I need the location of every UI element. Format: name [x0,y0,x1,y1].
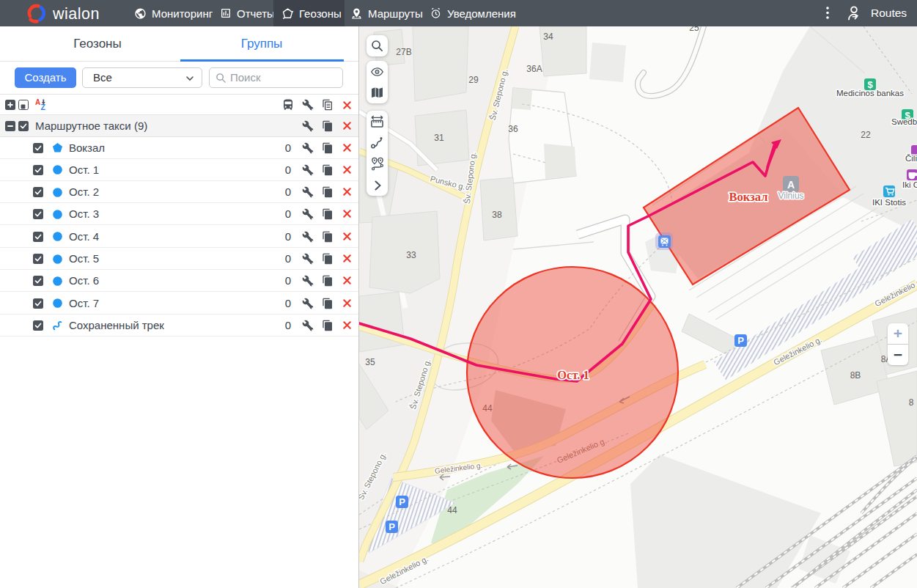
svg-text:8: 8 [909,397,914,408]
svg-text:31: 31 [434,133,444,143]
svg-text:wialon: wialon [52,5,100,23]
svg-text:33: 33 [406,250,416,260]
svg-text:34: 34 [543,32,553,42]
svg-text:29: 29 [468,75,479,85]
svg-text:P: P [388,521,395,532]
svg-text:38: 38 [492,210,502,220]
svg-text:22: 22 [861,130,871,140]
svg-text:IKI Stotis: IKI Stotis [872,198,906,207]
svg-text:36A: 36A [526,64,542,74]
svg-text:44: 44 [447,505,457,515]
svg-text:Swedban: Swedban [891,117,917,126]
svg-text:8B: 8B [850,370,861,381]
svg-text:35: 35 [365,357,375,367]
svg-text:Ост. 1: Ост. 1 [557,368,589,382]
svg-text:P: P [737,335,744,346]
svg-text:Medicinos bankas: Medicinos bankas [836,89,904,98]
svg-text:27B: 27B [396,47,411,57]
svg-text:Čili: Čili [905,154,917,163]
svg-text:Вокзал: Вокзал [729,190,768,204]
svg-text:P: P [399,496,405,507]
svg-text:A: A [787,179,795,191]
svg-text:Iki Ca: Iki Ca [902,180,917,189]
svg-text:Vilnius: Vilnius [778,191,803,201]
svg-text:A: A [35,98,40,106]
svg-text:36: 36 [508,124,518,134]
svg-text:25: 25 [689,26,699,33]
